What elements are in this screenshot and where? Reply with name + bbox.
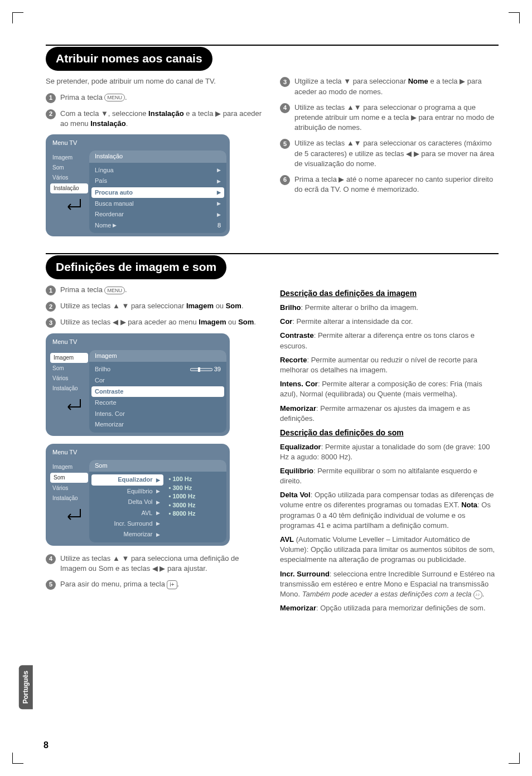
menu-item-label: País — [95, 177, 107, 185]
step-body: Utgilize a tecla ▼ para seleccionar Nome… — [294, 76, 499, 96]
chevron-right-icon: ▶ — [113, 222, 117, 228]
menu-left-item-selected: Imagem — [50, 353, 88, 363]
chevron-right-icon: ▶ — [156, 510, 160, 517]
s2-step1: 1 Prima a tecla MENU. — [46, 285, 264, 295]
tv-menu-sound: Menu TV Imagem Som Vários Instalação — [46, 444, 230, 546]
step-badge: 2 — [46, 109, 56, 119]
def-memorizar-som: Memorizar: Opção utilizada para memoriza… — [280, 603, 499, 613]
menu-item-label: Nome — [95, 222, 111, 229]
chevron-right-icon: ▶ — [217, 167, 221, 174]
tv-menu-image: Menu TV Imagem Som Vários Instalação — [46, 333, 230, 435]
menu-item-label: Procura auto — [95, 188, 133, 197]
section1-heading: Atribuir nomes aos canais — [46, 47, 212, 71]
def-brilho: Brilho: Permite alterar o brilho da imag… — [280, 303, 499, 313]
s1-step4: 4 Utilize as teclas ▲▼ para seleccionar … — [280, 103, 499, 133]
step-badge: 2 — [46, 302, 56, 312]
def-equalizador: Equalizador: Permite ajustar a tonalidad… — [280, 442, 499, 462]
slider-icon — [190, 367, 212, 372]
menu-item-label: Contraste — [95, 387, 123, 396]
step-badge: 5 — [46, 580, 56, 590]
menu-left-item: Vários — [49, 374, 89, 384]
chevron-right-icon: ▶ — [156, 477, 160, 484]
menu-item-label: Cor — [95, 376, 105, 385]
menu-item-label: Intens. Cor — [95, 410, 125, 418]
s2-step5: 5 Para asir do menu, prima a tecla i+. — [46, 579, 264, 590]
def-equilibrio: Equilíbrio: Permite equilibrar o som no … — [280, 466, 499, 486]
s1-step1: 1 Prima a tecla MENU. — [46, 93, 264, 103]
eq-band: • 1000 Hz — [169, 492, 224, 501]
language-tab: Português — [19, 665, 33, 709]
s1-step2: 2 Com a tecla ▼, seleccione Instalação e… — [46, 109, 264, 129]
menu-left-item-selected: Som — [50, 473, 88, 483]
s2-step3: 3 Utilize as teclas ◀ ▶ para aceder ao m… — [46, 317, 264, 328]
tv-menu-left: Imagem Som Vários Instalação — [49, 151, 89, 233]
chevron-right-icon: ▶ — [217, 189, 221, 196]
tv-menu-left: Imagem Som Vários Instalação — [49, 460, 89, 542]
tv-menu-title: Menu TV — [49, 447, 226, 460]
menu-item-value: 8 — [217, 221, 221, 230]
divider — [46, 253, 499, 254]
eq-band: • 100 Hz — [169, 475, 224, 483]
menu-item-value: 39 — [214, 366, 221, 372]
s1-step3: 3 Utgilize a tecla ▼ para seleccionar No… — [280, 76, 499, 96]
tv-menu-title: Menu TV — [49, 138, 226, 151]
step-badge: 3 — [46, 318, 56, 328]
s1-step2-body: Com a tecla ▼, seleccione Instalação e a… — [60, 109, 264, 129]
s1-step5: 5 Utilize as teclas ▲▼ para seleccionar … — [280, 138, 499, 169]
chevron-right-icon: ▶ — [156, 499, 160, 506]
s1-step1-post: . — [125, 93, 127, 101]
menu-item-label: Língua — [95, 166, 114, 174]
menu-item-label: Equalizador — [118, 476, 152, 484]
descr-sound-heading: Descrição das definições do som — [280, 428, 499, 439]
menu-item-label: Delta Vol — [128, 498, 152, 506]
menu-item-label: AVL — [142, 509, 153, 517]
menu-left-item: Som — [49, 363, 89, 374]
tv-menu-install: Menu TV Imagem Som Vários Instalação — [46, 134, 230, 236]
menu-item-label: Memorizar — [124, 530, 153, 539]
eq-band: • 300 Hz — [169, 484, 224, 492]
back-arrow-icon — [60, 397, 80, 413]
step-badge: 4 — [280, 103, 290, 113]
def-memorizar-img: Memorizar: Permite armazenar os ajustes … — [280, 404, 499, 424]
def-avl: AVL (Automatic Volume Leveller – Limitad… — [280, 535, 499, 565]
s1-step1-pre: Prima a tecla — [60, 93, 104, 101]
tv-menu-title: Menu TV — [49, 337, 226, 350]
chevron-right-icon: ▶ — [156, 488, 160, 495]
def-cor: Cor: Permite alterar a intensidade da co… — [280, 317, 499, 327]
def-contraste: Contraste: Permite alterar a diferença e… — [280, 331, 499, 351]
section1-intro: Se pretender, pode atribuir um nome do c… — [46, 76, 264, 86]
eq-band: • 3000 Hz — [169, 501, 224, 510]
menu-left-item: Vários — [49, 173, 89, 183]
step-body: Utilize as teclas ▲ ▼ para seleccionar I… — [60, 301, 264, 311]
step-badge: 6 — [280, 175, 290, 185]
tv-menu-left: Imagem Som Vários Instalação — [49, 350, 89, 433]
step-badge: 5 — [280, 139, 290, 149]
menu-left-item-selected: Instalação — [50, 183, 88, 193]
step-body: Utilize as teclas ▲▼ para seleccionar o … — [294, 103, 499, 133]
menu-item-label: Brilho — [95, 365, 110, 374]
def-surround: Incr. Surround: selecciona entre Incredi… — [280, 569, 499, 600]
step-badge: 4 — [46, 554, 56, 564]
back-arrow-icon — [60, 197, 80, 212]
def-recorte: Recorte: Permite aumentar ou reduzir o n… — [280, 355, 499, 375]
tv-menu-right-items: Brilho 39 Cor Contraste Recorte Intens. — [89, 362, 226, 432]
menu-left-item: Instalação — [49, 384, 89, 394]
step-body: Prima a tecla ▶ até o nome aparecer no c… — [294, 174, 499, 195]
s2-step2: 2 Utilize as teclas ▲ ▼ para seleccionar… — [46, 301, 264, 312]
eq-band: • 8000 Hz — [169, 510, 224, 518]
def-intenscor: Intens. Cor: Permite alterar a composiçã… — [280, 379, 499, 399]
page-number: 8 — [43, 739, 49, 751]
step-body-post: . — [125, 285, 127, 294]
step-badge: 1 — [46, 285, 56, 295]
s1-step6: 6 Prima a tecla ▶ até o nome aparecer no… — [280, 174, 499, 195]
menu-left-item: Instalação — [49, 493, 89, 503]
menu-item-label: Memorizar — [95, 420, 124, 429]
svg-rect-1 — [198, 367, 200, 372]
tv-menu-right-title: Instalação — [89, 151, 226, 162]
menu-item-label: Busca manual — [95, 200, 134, 208]
divider — [46, 45, 499, 46]
tv-menu-right-title: Imagem — [89, 350, 226, 362]
menu-icon: MENU — [104, 287, 125, 295]
menu-item-label: Reordenar — [95, 210, 124, 219]
step-body-pre: Prima a tecla — [60, 285, 104, 294]
